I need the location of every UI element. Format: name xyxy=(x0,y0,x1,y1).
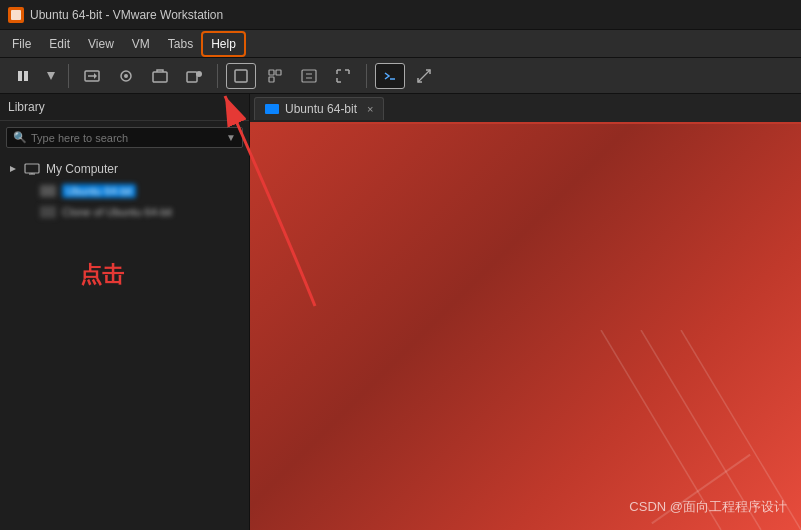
vm-icon xyxy=(40,185,56,197)
svg-line-26 xyxy=(418,70,430,82)
vm-name-ubuntu: Ubuntu 64-bit xyxy=(62,184,136,198)
library-section-my-computer: My Computer Ubuntu 64-bit Clone of Ubunt… xyxy=(0,154,249,226)
svg-rect-0 xyxy=(11,10,21,20)
svg-rect-15 xyxy=(269,77,274,82)
screenshot-button[interactable] xyxy=(111,63,141,89)
expand-icon xyxy=(8,164,18,174)
menu-edit[interactable]: Edit xyxy=(41,33,78,55)
maximize-button[interactable] xyxy=(409,63,439,89)
search-bar: 🔍 ▼ xyxy=(6,127,243,148)
title-bar: Ubuntu 64-bit - VMware Workstation xyxy=(0,0,801,30)
stretch-button[interactable] xyxy=(294,63,324,89)
svg-rect-2 xyxy=(24,71,28,81)
svg-point-8 xyxy=(124,74,128,78)
svg-rect-1 xyxy=(18,71,22,81)
svg-point-11 xyxy=(196,71,202,77)
computer-icon xyxy=(24,163,40,175)
search-input[interactable] xyxy=(31,132,222,144)
app-icon xyxy=(8,7,24,23)
menu-file[interactable]: File xyxy=(4,33,39,55)
vm-panel: Ubuntu 64-bit × CSDN @面向工程程序设计 xyxy=(250,94,801,530)
my-computer-label: My Computer xyxy=(46,162,118,176)
decoration-svg xyxy=(501,330,801,530)
record-button[interactable] xyxy=(179,63,209,89)
menu-bar: File Edit View VM Tabs Help xyxy=(0,30,801,58)
svg-rect-12 xyxy=(235,70,247,82)
svg-marker-3 xyxy=(47,72,55,80)
send-ctrlaltdel-button[interactable] xyxy=(77,63,107,89)
vm-display[interactable]: CSDN @面向工程程序设计 xyxy=(250,124,801,530)
search-icon: 🔍 xyxy=(13,131,27,144)
pause-button[interactable] xyxy=(8,63,38,89)
my-computer-header[interactable]: My Computer xyxy=(0,158,249,180)
console-button[interactable] xyxy=(375,63,405,89)
vm-tab-icon xyxy=(265,104,279,114)
snapshot-button[interactable] xyxy=(145,63,175,89)
vm-tab-ubuntu[interactable]: Ubuntu 64-bit × xyxy=(254,97,384,120)
svg-rect-16 xyxy=(302,70,316,82)
search-dropdown-icon[interactable]: ▼ xyxy=(226,132,236,143)
library-header: Library xyxy=(0,94,249,121)
menu-view[interactable]: View xyxy=(80,33,122,55)
menu-tabs[interactable]: Tabs xyxy=(160,33,201,55)
svg-line-32 xyxy=(681,330,801,530)
svg-line-33 xyxy=(641,330,761,530)
title-bar-text: Ubuntu 64-bit - VMware Workstation xyxy=(30,8,223,22)
main-area: Library 🔍 ▼ My Computer Ubuntu 64-bit xyxy=(0,94,801,530)
vm-icon-clone xyxy=(40,206,56,218)
svg-line-34 xyxy=(601,330,721,530)
svg-marker-6 xyxy=(94,73,97,79)
click-annotation-text: 点击 xyxy=(80,260,124,290)
svg-rect-9 xyxy=(153,72,167,82)
toolbar-sep-2 xyxy=(217,64,218,88)
svg-marker-27 xyxy=(10,166,16,172)
vm-tab-close-button[interactable]: × xyxy=(367,103,373,115)
vm-name-clone: Clone of Ubuntu 64-bit xyxy=(62,206,172,218)
svg-rect-14 xyxy=(276,70,281,75)
toolbar-sep-3 xyxy=(366,64,367,88)
svg-rect-13 xyxy=(269,70,274,75)
unity-button[interactable] xyxy=(260,63,290,89)
menu-vm[interactable]: VM xyxy=(124,33,158,55)
autofit-button[interactable] xyxy=(328,63,358,89)
vm-tab-label: Ubuntu 64-bit xyxy=(285,102,357,116)
fullscreen-button[interactable] xyxy=(226,63,256,89)
vm-item-clone[interactable]: Clone of Ubuntu 64-bit xyxy=(16,202,249,222)
svg-rect-10 xyxy=(187,72,197,82)
svg-rect-28 xyxy=(25,164,39,173)
menu-help[interactable]: Help xyxy=(203,33,244,55)
vm-item-ubuntu[interactable]: Ubuntu 64-bit xyxy=(16,180,249,202)
vm-tab-bar: Ubuntu 64-bit × xyxy=(250,94,801,124)
sidebar: Library 🔍 ▼ My Computer Ubuntu 64-bit xyxy=(0,94,250,530)
dropdown-button[interactable] xyxy=(42,63,60,89)
toolbar-sep-1 xyxy=(68,64,69,88)
toolbar xyxy=(0,58,801,94)
